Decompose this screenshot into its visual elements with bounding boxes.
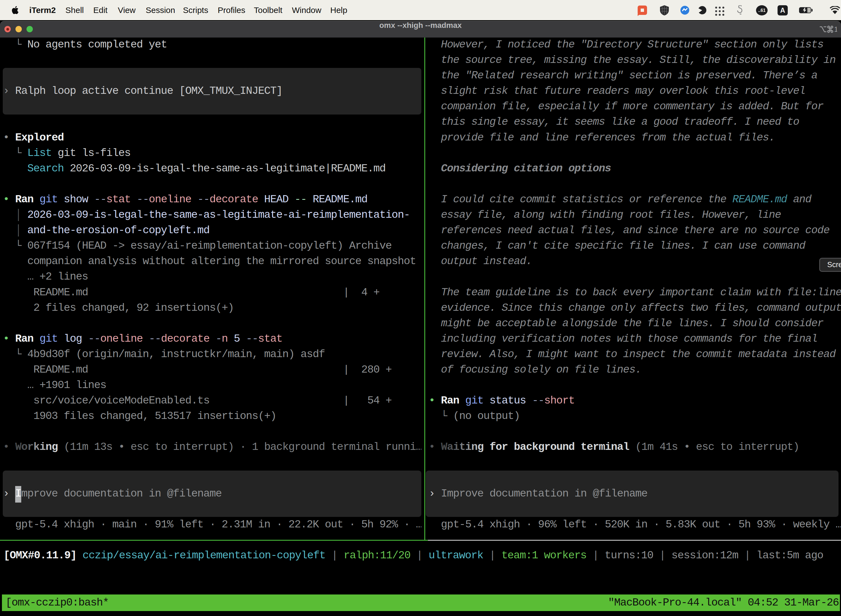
- svg-text:1: 1: [834, 25, 837, 33]
